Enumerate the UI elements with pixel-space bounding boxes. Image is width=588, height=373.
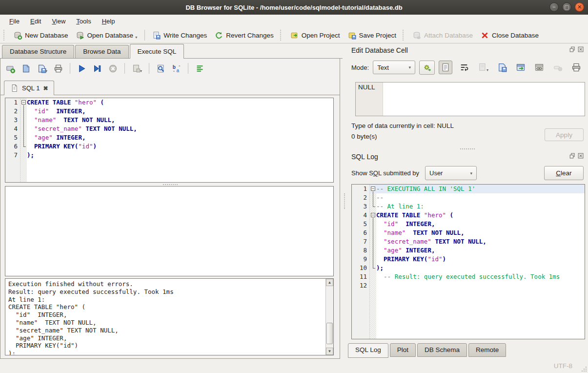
dock-splitter[interactable]	[346, 147, 588, 151]
main-area: Database StructureBrowse DataExecute SQL…	[0, 43, 588, 359]
sql-editor[interactable]: 1−CREATE TABLE "hero" (2 "id" INTEGER,3 …	[5, 98, 334, 183]
menu-edit[interactable]: Edit	[25, 16, 46, 26]
messages-scrollbar[interactable]: ▲ ▼	[325, 279, 333, 355]
new-sql-tab-button[interactable]	[4, 62, 17, 75]
code-line: 3 "name" TEXT NOT NULL,	[5, 116, 333, 124]
sql-log-editor[interactable]: 1−-- EXECUTING ALL IN 'SQL 1'2--3-- At l…	[351, 184, 585, 339]
text-mode-button[interactable]	[439, 61, 452, 74]
line-number: 3	[5, 116, 20, 124]
menu-help[interactable]: Help	[97, 16, 121, 26]
apply-button[interactable]: Apply	[545, 128, 584, 141]
toolbar-separator	[149, 63, 149, 74]
sql-log-close-button[interactable]	[578, 153, 584, 161]
scroll-up-icon[interactable]: ▲	[326, 279, 333, 286]
window-title: DB Browser for SQLite - /home/user/code/…	[185, 4, 402, 11]
new-database-button-label: New Database	[25, 32, 68, 39]
menu-tools[interactable]: Tools	[71, 16, 96, 26]
copy-cell-data-button[interactable]	[532, 61, 546, 74]
execute-all-button[interactable]	[76, 62, 88, 75]
fold-margin	[370, 237, 376, 246]
titlebar[interactable]: DB Browser for SQLite - /home/user/code/…	[0, 0, 588, 15]
find-button[interactable]	[155, 62, 167, 75]
sql-log-filter-select[interactable]: User ▾	[425, 166, 477, 180]
code-text: "secret_name" TEXT NOT NULL,	[376, 237, 585, 246]
line-number: 2	[5, 107, 20, 116]
scrollbar-thumb[interactable]	[326, 323, 333, 344]
close-window-button[interactable]: ✕	[575, 2, 584, 12]
menu-file[interactable]: File	[4, 16, 25, 26]
export-file-icon	[497, 62, 507, 72]
cell-text-icon	[441, 62, 450, 72]
vertical-splitter[interactable]	[343, 43, 346, 359]
dropdown-caret-icon[interactable]: ▾	[135, 35, 137, 40]
edit-cell-close-button[interactable]	[578, 46, 584, 54]
scroll-down-icon[interactable]: ▼	[326, 348, 333, 355]
left-panel: Database StructureBrowse DataExecute SQL…	[0, 43, 343, 359]
mode-select[interactable]: Text ▾	[373, 61, 415, 74]
dock-tab-bar: SQL LogPlotDB SchemaRemote	[348, 343, 506, 358]
edit-cell-float-button[interactable]	[569, 46, 576, 54]
find-replace-button[interactable]: ba	[170, 62, 182, 75]
fold-marker-icon[interactable]: −	[370, 211, 376, 220]
code-line: 2 "id" INTEGER,	[5, 107, 333, 116]
revert-changes-icon	[215, 31, 223, 40]
apply-data-via-import-button[interactable]	[419, 61, 435, 75]
horizontal-splitter[interactable]	[0, 183, 340, 186]
encoding-indicator[interactable]: UTF-8	[554, 362, 572, 370]
tab-browse-data[interactable]: Browse Data	[75, 45, 128, 58]
tab-execute-sql[interactable]: Execute SQL	[130, 44, 184, 59]
code-text: -- At line 1:	[376, 202, 585, 211]
print-icon	[571, 62, 581, 72]
code-line: 10);	[352, 264, 585, 272]
write-changes-button[interactable]: Write Changes	[148, 29, 211, 41]
sql-log-dock-header: SQL Log	[351, 152, 584, 162]
line-number: 6	[352, 228, 370, 237]
dock-tab-db-schema[interactable]: DB Schema	[417, 343, 467, 357]
float-icon	[569, 46, 576, 53]
minimize-button[interactable]: −	[549, 2, 559, 12]
cell-editor[interactable]: NULL	[355, 82, 585, 116]
close-database-button[interactable]: Close Database	[477, 29, 543, 41]
fold-margin	[20, 133, 27, 142]
menu-view[interactable]: View	[46, 16, 71, 26]
dock-tab-sql-log[interactable]: SQL Log	[348, 343, 388, 358]
open-database-button[interactable]: Open Database▾	[72, 29, 142, 41]
close-tab-icon[interactable]: ✖	[43, 85, 48, 92]
execute-current-line-button[interactable]	[91, 62, 103, 75]
print-sql-button[interactable]	[52, 62, 64, 75]
code-text: "name" TEXT NOT NULL,	[376, 228, 585, 237]
fold-margin	[370, 202, 376, 211]
export-to-file-button[interactable]	[495, 61, 509, 74]
save-sql-file-button[interactable]: ▾	[36, 62, 49, 75]
code-text: -- Result: query executed successfully. …	[376, 272, 585, 281]
new-database-button[interactable]: New Database	[10, 29, 72, 41]
open-sql-file-button[interactable]	[20, 62, 32, 75]
code-text: PRIMARY KEY("id")	[27, 142, 333, 151]
open-in-external-app-button[interactable]	[514, 61, 527, 74]
sql-log-title: SQL Log	[351, 153, 378, 161]
sql-editor-toolbar: ▾▾ba	[4, 61, 206, 76]
revert-changes-button-label: Revert Changes	[226, 32, 274, 39]
dock-tab-plot[interactable]: Plot	[390, 343, 416, 357]
dropdown-caret-icon: ▾	[140, 69, 142, 73]
format-sql-button[interactable]	[194, 62, 206, 75]
cell-edit-area[interactable]	[383, 83, 585, 116]
sql-log-float-button[interactable]	[569, 153, 576, 161]
word-wrap-button[interactable]	[457, 61, 471, 74]
save-project-button[interactable]: Save Project	[344, 29, 401, 41]
tab-database-structure[interactable]: Database Structure	[2, 45, 74, 58]
mode-select-value: Text	[377, 64, 389, 71]
maximize-button[interactable]: ▢	[562, 2, 571, 12]
resize-grip-icon[interactable]	[581, 366, 587, 372]
sql-doc-tab[interactable]: SQL 1 ✖	[4, 81, 54, 95]
open-project-button[interactable]: Open Project	[286, 29, 344, 41]
clear-log-button[interactable]: Clear	[544, 166, 584, 180]
print-cell-button[interactable]	[569, 61, 583, 74]
revert-changes-button[interactable]: Revert Changes	[211, 29, 278, 41]
toolbar-separator	[70, 63, 70, 74]
fold-marker-icon[interactable]: −	[20, 98, 27, 107]
fold-margin	[20, 116, 27, 124]
dock-tab-remote[interactable]: Remote	[468, 343, 506, 357]
fold-marker-icon[interactable]: −	[370, 185, 376, 193]
sql-doc-tab-bar: SQL 1 ✖	[0, 80, 340, 95]
